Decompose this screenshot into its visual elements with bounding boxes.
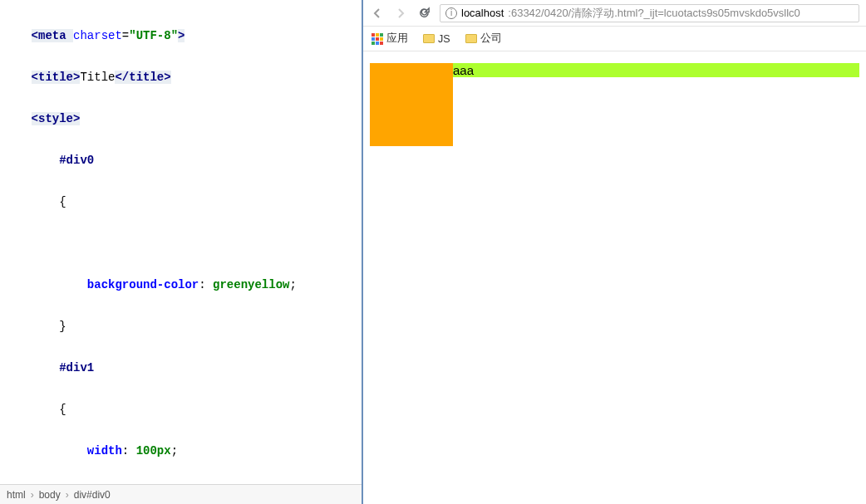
rendered-div1 [370,63,453,146]
code-editor-pane: <meta charset="UTF-8"> <title>Title</tit… [0,0,363,504]
code-token: 100px [136,444,171,458]
reload-button[interactable] [416,6,431,21]
apps-shortcut[interactable]: 应用 [371,32,408,46]
code-token: #div1 [59,361,94,374]
breadcrumb-item[interactable]: html [7,489,26,501]
breadcrumb-item[interactable]: body [39,489,61,501]
address-bar[interactable]: i localhost:63342/0420/清除浮动.html?_ijt=lc… [440,4,859,22]
apps-icon [371,33,383,45]
code-token: greenyellow [213,278,289,291]
bookmark-folder-company[interactable]: 公司 [465,32,502,46]
folder-icon [465,34,477,43]
code-token: width [87,444,122,458]
code-token: > [178,29,185,42]
code-token: { [59,195,66,208]
browser-pane: i localhost:63342/0420/清除浮动.html?_ijt=lc… [363,0,866,504]
code-token: </title> [115,71,170,84]
code-token: "UTF-8" [129,29,178,42]
bookmark-label: 公司 [480,32,502,46]
bookmarks-bar: 应用 JS 公司 [363,27,866,51]
url-host: localhost [461,7,504,19]
breadcrumb-separator: › [31,489,34,501]
folder-icon [423,34,435,43]
breadcrumb-separator: › [66,489,69,501]
rendered-div0-text: aaa [453,63,474,77]
page-viewport: aaa [363,51,866,504]
code-token: #div0 [59,154,94,167]
forward-button[interactable] [393,6,408,21]
code-token: { [59,403,66,416]
code-token: = [122,29,129,42]
code-token: } [59,320,66,333]
info-icon[interactable]: i [445,7,457,19]
bookmark-label: JS [438,33,450,45]
back-button[interactable] [370,6,385,21]
apps-label: 应用 [386,32,408,46]
browser-toolbar: i localhost:63342/0420/清除浮动.html?_ijt=lc… [363,0,866,27]
code-token: charset [73,29,122,42]
breadcrumb-item[interactable]: div#div0 [74,489,111,501]
rendered-div0: aaa [370,63,859,77]
code-token: background-color [87,278,199,291]
code-token: <style> [32,112,81,125]
code-token: <meta [32,29,73,42]
code-area[interactable]: <meta charset="UTF-8"> <title>Title</tit… [0,0,362,484]
breadcrumb: html › body › div#div0 [0,484,362,504]
bookmark-folder-js[interactable]: JS [423,33,450,45]
code-token: Title [80,71,115,84]
url-path: :63342/0420/清除浮动.html?_ijt=lcuotacts9s05… [508,6,800,21]
code-token: <title> [32,71,81,84]
